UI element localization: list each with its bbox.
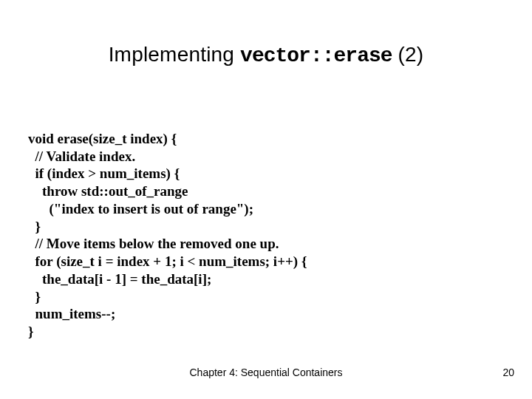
code-line: // Move items below the removed one up. [28,236,279,251]
footer-text: Chapter 4: Sequential Containers [0,366,532,378]
code-line: if (index > num_items) { [28,166,180,181]
slide-title: Implementing vector::erase (2) [0,43,532,67]
code-line: } [28,289,41,304]
code-line: ("index to insert is out of range"); [28,201,253,216]
page-number: 20 [502,366,514,378]
code-line: the_data[i - 1] = the_data[i]; [28,271,211,287]
code-line: void erase(size_t index) { [28,131,177,146]
code-line: } [28,324,34,339]
code-line: } [28,219,41,234]
code-block: void erase(size_t index) { // Validate i… [28,112,307,358]
title-suffix: (2) [392,43,424,66]
slide: Implementing vector::erase (2) void eras… [0,0,532,399]
title-mono: vector::erase [240,44,392,67]
code-line: throw std::out_of_range [28,183,188,199]
title-prefix: Implementing [109,43,240,66]
code-line: num_items--; [28,306,115,321]
code-line: for (size_t i = index + 1; i < num_items… [28,253,307,269]
code-line: // Validate index. [28,149,135,164]
